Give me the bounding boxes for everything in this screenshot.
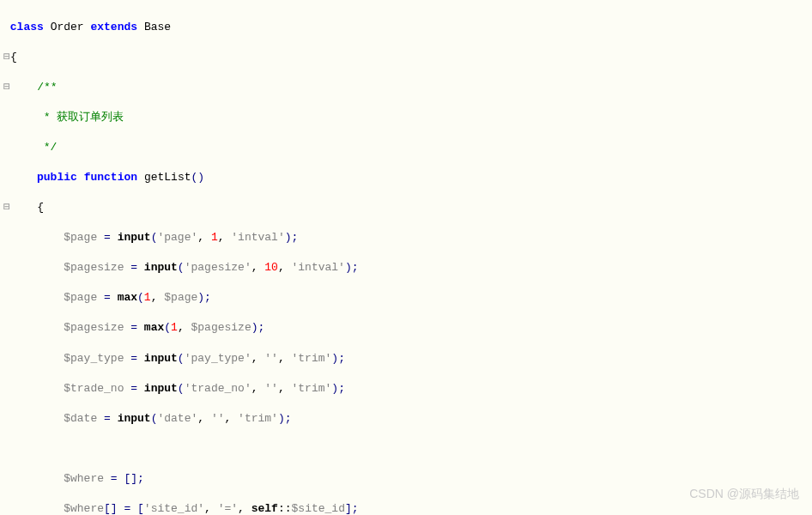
keyword-extends: extends <box>90 21 137 33</box>
code-line: */ <box>3 140 812 155</box>
code-block: class Order extends Base ⊟{ ⊟ /** * 获取订单… <box>0 4 812 515</box>
code-line: public function getList() <box>3 170 812 185</box>
base-class: Base <box>144 21 171 33</box>
code-line: $where = []; <box>3 471 812 487</box>
watermark: CSDN @源码集结地 <box>689 486 799 502</box>
code-line: * 获取订单列表 <box>3 110 812 125</box>
code-line: ⊟{ <box>3 50 812 65</box>
code-line: class Order extends Base <box>3 20 812 35</box>
fold-marker: ⊟ <box>3 50 10 65</box>
code-line: $where[] = ['site_id', '=', self::$site_… <box>3 501 812 515</box>
function-name: getList <box>144 171 191 184</box>
code-line: ⊟ { <box>3 200 812 215</box>
code-line: $trade_no = input('trade_no', '', 'trim'… <box>3 381 812 397</box>
fold-marker: ⊟ <box>3 80 10 95</box>
keyword-class: class <box>10 21 44 33</box>
fold-marker: ⊟ <box>3 200 10 215</box>
code-line: $page = input('page', 1, 'intval'); <box>3 230 812 245</box>
code-line <box>3 441 812 457</box>
code-line: $pay_type = input('pay_type', '', 'trim'… <box>3 351 812 367</box>
code-line: ⊟ /** <box>3 80 812 95</box>
code-line: $page = max(1, $page); <box>3 290 812 306</box>
keyword-public: public <box>37 171 77 184</box>
comment: /** <box>37 81 57 94</box>
code-line: $pagesize = max(1, $pagesize); <box>3 320 812 336</box>
comment: */ <box>37 141 57 154</box>
variable: $page <box>64 231 97 244</box>
code-line: $pagesize = input('pagesize', 10, 'intva… <box>3 260 812 276</box>
comment: * 获取订单列表 <box>37 111 124 124</box>
code-line: $date = input('date', '', 'trim'); <box>3 411 812 427</box>
keyword-function: function <box>84 171 137 184</box>
class-name: Order <box>51 21 84 33</box>
